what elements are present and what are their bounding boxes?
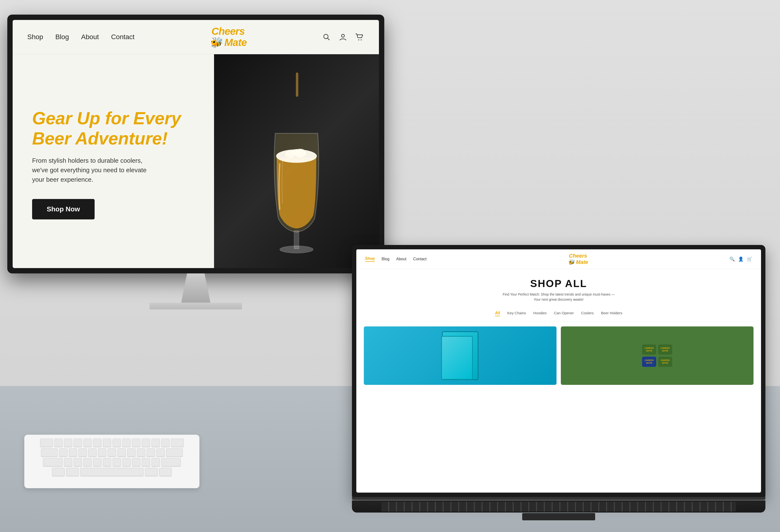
laptop-nav-links: Shop Blog About Contact [365, 256, 427, 262]
key-u [113, 439, 121, 447]
nav-link-contact[interactable]: Contact [111, 33, 135, 41]
key-d [79, 448, 87, 456]
nav-link-shop[interactable]: Shop [27, 33, 43, 41]
merch-label-1: CHEERSMATE [644, 347, 654, 352]
key-o [132, 439, 140, 447]
merch-items-grid: CHEERSMATE CHEERSMATE CHEERSMATE CHEERSM… [638, 341, 676, 371]
key-i [123, 439, 131, 447]
search-icon[interactable] [322, 32, 331, 42]
key-shift-l [43, 458, 62, 466]
merch-item-1: CHEERSMATE [642, 344, 656, 355]
nav-icons [322, 32, 364, 42]
key-period [142, 458, 150, 466]
key-j [117, 448, 126, 456]
filter-coolers[interactable]: Coolers [581, 311, 594, 316]
svg-point-9 [292, 149, 301, 155]
merch-item-shirt: CHEERSMATE [642, 356, 656, 367]
laptop-base [352, 500, 766, 513]
cart-icon[interactable] [355, 32, 364, 42]
shop-all-title: SHOP ALL [361, 278, 756, 289]
filter-keychains[interactable]: Key Chains [507, 311, 526, 316]
monitor-body: Shop Blog About Contact Cheers 🐝 Mate [7, 14, 384, 274]
laptop-user-icon[interactable]: 👤 [738, 256, 743, 262]
laptop-nav-link-contact[interactable]: Contact [413, 257, 427, 261]
monitor-base [150, 303, 242, 309]
logo-line2: 🐝 Mate [209, 37, 247, 48]
svg-point-4 [361, 39, 362, 40]
filter-canopener[interactable]: Can Opener [554, 311, 574, 316]
scene: Shop Blog About Contact Cheers 🐝 Mate [0, 0, 780, 532]
filter-hoodies[interactable]: Hoodies [533, 311, 547, 316]
laptop-logo-line2: 🐝 Mate [568, 259, 588, 265]
keyboard-row-2 [29, 448, 195, 456]
filter-all[interactable]: All [495, 311, 500, 316]
key-shift-r [161, 458, 181, 466]
key-z [64, 458, 72, 466]
desktop-monitor: Shop Blog About Contact Cheers 🐝 Mate [7, 14, 384, 309]
laptop-keyboard [381, 502, 736, 512]
laptop-nav-link-blog[interactable]: Blog [382, 257, 389, 261]
monitor-screen: Shop Blog About Contact Cheers 🐝 Mate [13, 20, 379, 268]
hero-image-right [214, 54, 379, 268]
key-v [93, 458, 101, 466]
key-caps [41, 448, 58, 456]
key-q [54, 439, 62, 447]
key-alt [66, 468, 79, 476]
key-x [74, 458, 82, 466]
merch-item-2: CHEERSMATE [658, 344, 672, 355]
key-ctrl [52, 468, 65, 476]
laptop-nav-link-about[interactable]: About [396, 257, 406, 261]
merch-label-4: CHEERSMATE [661, 359, 670, 365]
keyboard-row-1 [29, 439, 195, 447]
key-rb [161, 439, 169, 447]
key-p [142, 439, 150, 447]
laptop-search-icon[interactable]: 🔍 [729, 256, 735, 262]
cooler-box-back [441, 336, 473, 380]
monitor-stand [181, 274, 210, 303]
laptop-logo-line1: Cheers [568, 253, 588, 259]
product-grid: Test Product Test Product CHEERSMAT [356, 321, 761, 390]
shop-now-button[interactable]: Shop Now [32, 199, 95, 220]
beer-glass-image [214, 54, 379, 268]
filter-beerholders[interactable]: Beer Holders [601, 311, 622, 316]
key-r [84, 439, 92, 447]
keyboard [24, 435, 199, 488]
product-image-cooler [364, 327, 556, 385]
product-card-merch[interactable]: Test Product CHEERSMATE CHEERSMATE [560, 326, 754, 385]
hero-section: Gear Up for Every Beer Adventure! From s… [13, 54, 379, 268]
user-icon[interactable] [338, 32, 348, 42]
svg-point-2 [341, 34, 344, 37]
product-image-merch: CHEERSMATE CHEERSMATE CHEERSMATE CHEERSM… [561, 327, 753, 385]
key-f [88, 448, 97, 456]
key-m [123, 458, 131, 466]
key-y [103, 439, 111, 447]
shop-header: SHOP ALL Find Your Perfect Match: Shop t… [356, 269, 761, 307]
svg-line-1 [328, 38, 329, 40]
key-g [98, 448, 106, 456]
nav-link-about[interactable]: About [81, 33, 99, 41]
key-backspace [171, 439, 184, 447]
laptop-keyboard-area [352, 500, 766, 522]
key-space [80, 468, 144, 476]
nav-link-blog[interactable]: Blog [55, 33, 69, 41]
laptop-nav-link-shop[interactable]: Shop [365, 256, 375, 262]
laptop-logo: Cheers 🐝 Mate [568, 253, 588, 265]
key-t [93, 439, 101, 447]
laptop-screen: Shop Blog About Contact Cheers 🐝 Mate 🔍 … [356, 249, 761, 493]
laptop-cart-icon[interactable]: 🛒 [747, 256, 752, 262]
key-enter [166, 448, 183, 456]
key-semi [147, 448, 155, 456]
key-w [64, 439, 72, 447]
hero-title: Gear Up for Every Beer Adventure! [32, 108, 195, 149]
key-l [137, 448, 145, 456]
site-navigation: Shop Blog About Contact Cheers 🐝 Mate [13, 20, 379, 54]
laptop-lid: Shop Blog About Contact Cheers 🐝 Mate 🔍 … [352, 245, 766, 497]
product-card-cooler[interactable]: Test Product [363, 326, 557, 385]
site-logo: Cheers 🐝 Mate [209, 26, 247, 48]
nav-links-left: Shop Blog About Contact [27, 33, 135, 41]
key-b [103, 458, 111, 466]
laptop-trackpad [522, 513, 595, 520]
filter-bar: All Key Chains Hoodies Can Opener Cooler… [356, 307, 761, 321]
key-tab [40, 439, 53, 447]
laptop-site-navigation: Shop Blog About Contact Cheers 🐝 Mate 🔍 … [356, 249, 761, 269]
